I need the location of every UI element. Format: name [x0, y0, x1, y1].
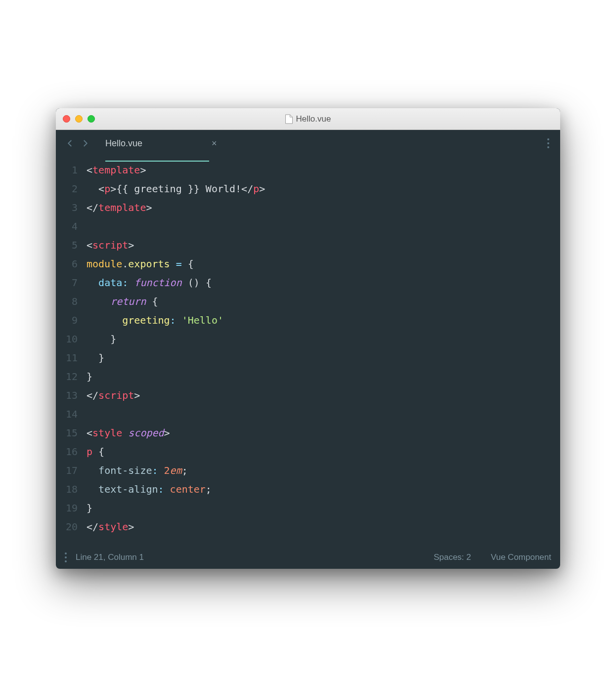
line-number: 18	[56, 480, 78, 499]
line-number: 15	[56, 423, 78, 442]
code-line[interactable]: }	[87, 499, 550, 517]
status-menu-button[interactable]	[65, 552, 67, 562]
line-number: 9	[56, 311, 78, 330]
tab-bar: Hello.vue ×	[56, 130, 560, 157]
code-line[interactable]: greeting: 'Hello'	[87, 311, 550, 330]
dot-icon	[65, 560, 67, 562]
dot-icon	[65, 552, 67, 554]
code-line[interactable]: p {	[87, 442, 550, 461]
line-number: 3	[56, 198, 78, 217]
code-line[interactable]: }	[87, 367, 550, 386]
line-number: 7	[56, 273, 78, 292]
dot-icon	[547, 138, 549, 140]
line-number: 14	[56, 405, 78, 423]
nav-forward-button[interactable]	[78, 136, 92, 151]
code-line[interactable]	[87, 405, 550, 423]
window-title-text: Hello.vue	[296, 114, 331, 124]
line-number: 16	[56, 442, 78, 461]
line-number: 10	[56, 330, 78, 348]
zoom-window-button[interactable]	[88, 115, 95, 123]
line-number: 20	[56, 517, 78, 536]
code-line[interactable]: </style>	[87, 517, 550, 536]
indent-setting[interactable]: Spaces: 2	[434, 552, 471, 562]
code-line[interactable]	[87, 217, 550, 236]
code-line[interactable]: module.exports = {	[87, 254, 550, 273]
tab-underline	[105, 161, 209, 162]
code-line[interactable]: </template>	[87, 198, 550, 217]
code-content[interactable]: <template> <p>{{ greeting }} World!</p><…	[87, 161, 560, 536]
code-line[interactable]: }	[87, 330, 550, 348]
code-line[interactable]: </script>	[87, 386, 550, 405]
line-number: 2	[56, 179, 78, 198]
file-icon	[285, 114, 293, 124]
close-window-button[interactable]	[63, 115, 70, 123]
line-number: 12	[56, 367, 78, 386]
tab-label: Hello.vue	[105, 132, 142, 155]
line-number: 5	[56, 236, 78, 254]
line-number: 6	[56, 254, 78, 273]
code-line[interactable]: <style scoped>	[87, 423, 550, 442]
line-number: 4	[56, 217, 78, 236]
line-number: 1	[56, 161, 78, 179]
line-number: 17	[56, 461, 78, 480]
code-line[interactable]: <p>{{ greeting }} World!</p>	[87, 179, 550, 198]
tab-active[interactable]: Hello.vue ×	[105, 132, 217, 155]
tab-close-button[interactable]: ×	[212, 138, 217, 149]
code-editor[interactable]: 1234567891011121314151617181920 <templat…	[56, 157, 560, 546]
line-number: 13	[56, 386, 78, 405]
code-line[interactable]: font-size: 2em;	[87, 461, 550, 480]
dot-icon	[547, 142, 549, 144]
line-number: 11	[56, 348, 78, 367]
cursor-position[interactable]: Line 21, Column 1	[76, 552, 144, 562]
line-number: 8	[56, 292, 78, 311]
code-line[interactable]: text-align: center;	[87, 480, 550, 499]
code-line[interactable]: <script>	[87, 236, 550, 254]
chevron-right-icon	[81, 139, 89, 148]
code-line[interactable]: }	[87, 348, 550, 367]
language-mode[interactable]: Vue Component	[491, 552, 551, 562]
line-number-gutter: 1234567891011121314151617181920	[56, 161, 87, 536]
minimize-window-button[interactable]	[75, 115, 83, 123]
traffic-lights	[63, 115, 95, 123]
line-number: 19	[56, 499, 78, 517]
editor-window: Hello.vue Hello.vue × 123456789101112131…	[56, 108, 560, 569]
window-title: Hello.vue	[285, 114, 331, 124]
code-line[interactable]: <template>	[87, 161, 550, 179]
title-bar: Hello.vue	[56, 108, 560, 130]
more-menu-button[interactable]	[543, 134, 553, 152]
nav-back-button[interactable]	[63, 136, 78, 151]
chevron-left-icon	[66, 139, 75, 148]
code-line[interactable]: data: function () {	[87, 273, 550, 292]
dot-icon	[65, 556, 67, 558]
dot-icon	[547, 146, 549, 148]
status-bar: Line 21, Column 1 Spaces: 2 Vue Componen…	[56, 546, 560, 569]
code-line[interactable]: return {	[87, 292, 550, 311]
